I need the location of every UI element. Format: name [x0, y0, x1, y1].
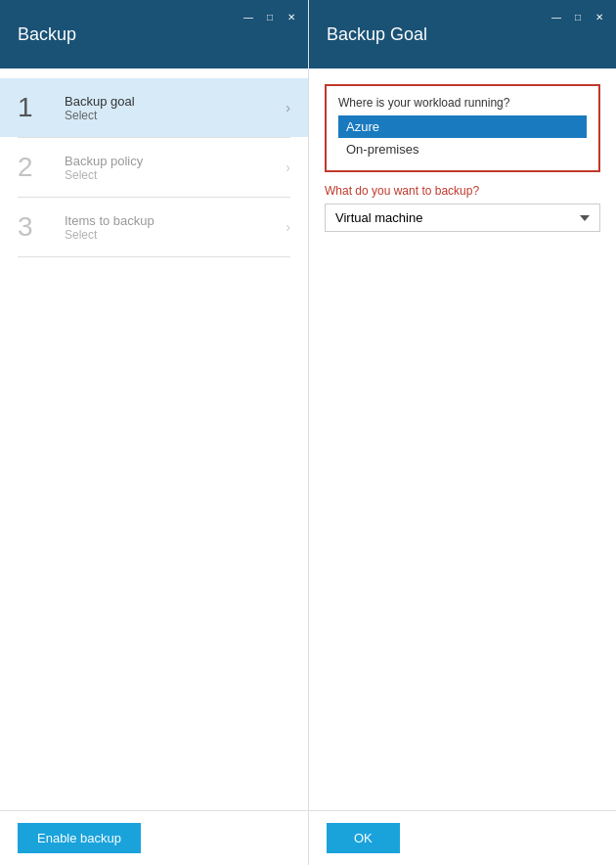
step-1-item[interactable]: 1 Backup goal Select ›	[0, 78, 308, 137]
left-title: Backup	[18, 24, 76, 45]
workload-question-box: Where is your workload running? Azure On…	[325, 84, 600, 172]
backup-question-label: What do you want to backup?	[325, 184, 600, 198]
step-2-chevron-icon: ›	[286, 159, 290, 175]
option-on-premises[interactable]: On-premises	[338, 138, 587, 160]
workload-question-label: Where is your workload running?	[338, 96, 587, 110]
step-2-number: 2	[18, 152, 53, 183]
step-1-chevron-icon: ›	[286, 100, 290, 115]
maximize-button-right[interactable]: □	[569, 8, 587, 25]
right-window-header: Backup Goal — □ ✕	[309, 0, 616, 68]
step-3-title: Items to backup	[65, 213, 286, 228]
right-main-content: Where is your workload running? Azure On…	[309, 68, 616, 810]
step-3-chevron-icon: ›	[286, 219, 290, 235]
step-1-text: Backup goal Select	[65, 94, 286, 122]
ok-button[interactable]: OK	[327, 823, 400, 853]
backup-question-section: What do you want to backup? Virtual mach…	[325, 184, 600, 232]
close-button-right[interactable]: ✕	[591, 8, 608, 25]
step-2-subtitle: Select	[65, 168, 286, 182]
right-title: Backup Goal	[327, 24, 427, 45]
step-1-subtitle: Select	[65, 109, 286, 122]
right-footer: OK	[309, 810, 616, 865]
enable-backup-button[interactable]: Enable backup	[18, 823, 141, 853]
step-1-title: Backup goal	[65, 94, 286, 109]
step-1-number: 1	[18, 92, 53, 123]
left-footer: Enable backup	[0, 810, 308, 865]
step-2-item[interactable]: 2 Backup policy Select ›	[0, 138, 308, 197]
left-window-header: Backup — □ ✕	[0, 0, 308, 68]
step-2-text: Backup policy Select	[65, 154, 286, 182]
step-3-subtitle: Select	[65, 228, 286, 242]
steps-list: 1 Backup goal Select › 2 Backup policy S…	[0, 68, 308, 810]
backup-type-select[interactable]: Virtual machine Files and folders SQL Se…	[325, 204, 600, 232]
step-3-text: Items to backup Select	[65, 213, 286, 242]
option-azure[interactable]: Azure	[338, 115, 587, 138]
step-3-item[interactable]: 3 Items to backup Select ›	[0, 198, 308, 256]
divider-3	[18, 256, 290, 257]
minimize-button-right[interactable]: —	[548, 8, 565, 25]
step-2-title: Backup policy	[65, 154, 286, 168]
maximize-button-left[interactable]: □	[261, 8, 279, 25]
minimize-button-left[interactable]: —	[240, 8, 257, 25]
right-window-controls[interactable]: — □ ✕	[548, 8, 608, 25]
step-3-number: 3	[18, 211, 53, 243]
left-window-controls[interactable]: — □ ✕	[240, 8, 300, 25]
close-button-left[interactable]: ✕	[283, 8, 300, 25]
